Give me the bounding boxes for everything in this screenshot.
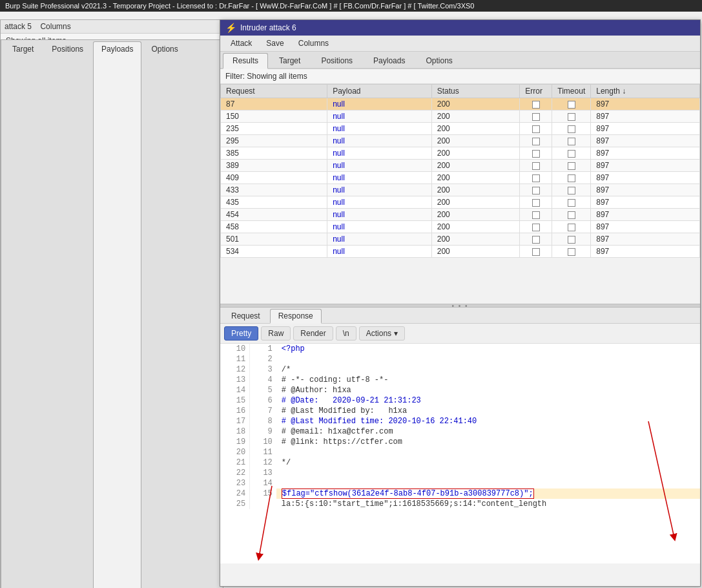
title-bar: Burp Suite Professional v2021.3 - Tempor… (0, 0, 702, 12)
title-text: Burp Suite Professional v2021.3 - Tempor… (5, 2, 474, 10)
